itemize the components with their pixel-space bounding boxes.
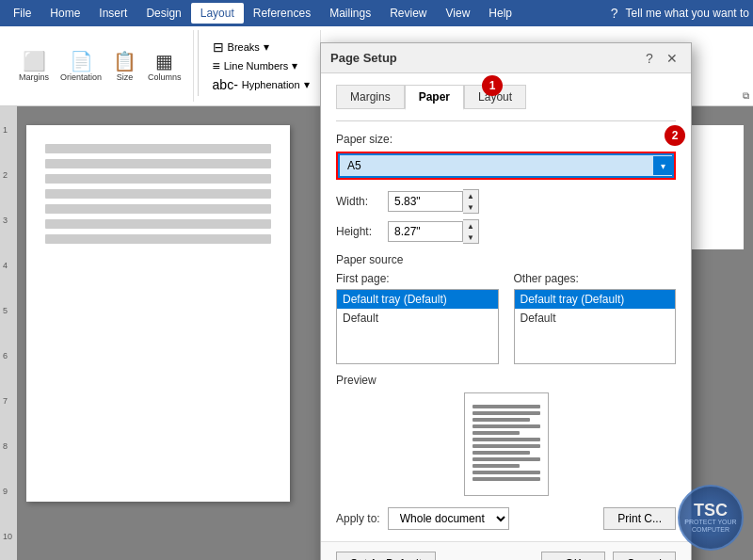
ribbon: File Home Insert Design Layout Reference… [0,0,753,26]
menu-references[interactable]: References [244,3,320,24]
menu-bar: File Home Insert Design Layout Reference… [0,0,753,26]
preview-lines [473,405,540,484]
ok-button[interactable]: OK [541,552,604,560]
other-pages-list[interactable]: Default tray (Default) Default [514,289,677,364]
source-row: First page: Default tray (Default) Defau… [336,272,676,364]
menu-home[interactable]: Home [40,3,89,24]
preview-box [464,392,549,496]
tsc-logo-sub: PROTECT YOUR COMPUTER [680,519,742,535]
first-page-item-default[interactable]: Default [337,309,498,328]
toolbar-group-breaks: ⊟ Breaks ▾ ≡ Line Numbers ▾ abc- Hyphena… [202,30,321,102]
other-pages-col: Other pages: Default tray (Default) Defa… [514,272,677,364]
tsc-watermark: TSC PROTECT YOUR COMPUTER [678,485,744,551]
width-spin-up[interactable]: ▲ [463,190,478,201]
first-page-item-default-tray[interactable]: Default tray (Default) [337,290,498,309]
apply-to-row: Apply to: Whole document Print C... [336,507,676,530]
margins-button[interactable]: ⬜ Margins [15,48,53,84]
menu-mailings[interactable]: Mailings [320,3,380,24]
size-icon: 📋 [113,50,136,72]
paper-size-label: Paper size: [336,133,676,146]
tsc-circle: TSC PROTECT YOUR COMPUTER [678,485,744,551]
page-setup-dialog: Page Setup ? ✕ Margins Paper Layout 1 Pa… [320,42,692,560]
set-as-default-button[interactable]: Set As Default [336,552,436,560]
height-spin-up[interactable]: ▲ [463,220,478,232]
dialog-help-button[interactable]: ? [640,49,659,68]
menu-design[interactable]: Design [136,3,190,24]
height-spin: ▲ ▼ [463,219,479,244]
menu-insert[interactable]: Insert [89,3,136,24]
first-page-label: First page: [336,272,499,285]
toolbar-group-margins: ⬜ Margins 📄 Orientation 📋 Size ▦ Columns [8,30,194,102]
help-icon[interactable]: ? [611,6,618,21]
width-label: Width: [336,195,388,208]
dialog-close-button[interactable]: ✕ [663,49,681,68]
paper-size-select[interactable]: A5 A4 Letter Legal A3 [338,153,674,178]
breaks-dropdown-icon: ▾ [264,40,269,54]
line-numbers-button[interactable]: ≡ Line Numbers ▾ [210,57,312,74]
line-numbers-icon: ≡ [213,58,220,73]
width-input[interactable] [388,191,463,212]
width-spin-down[interactable]: ▼ [463,201,478,213]
paper-source-label: Paper source [336,253,676,266]
preview-label: Preview [336,374,676,387]
tabs-container: Margins Paper Layout 1 [336,85,676,109]
breaks-icon: ⊟ [213,40,224,55]
menu-bar-right: ? Tell me what you want to [611,6,749,21]
dialog-tabs: Margins Paper Layout [336,85,676,109]
apply-to-select[interactable]: Whole document [388,507,509,530]
tsc-logo-text: TSC [694,502,728,519]
dialog-footer: Set As Default OK Cancel [321,541,691,560]
other-pages-label: Other pages: [514,272,677,285]
hyphenation-icon: abc- [213,77,238,92]
menu-review[interactable]: Review [380,3,436,24]
hyphenation-label: Hyphenation [242,79,300,90]
columns-icon: ▦ [155,50,173,72]
first-page-list[interactable]: Default tray (Default) Default [336,289,499,364]
height-input[interactable] [388,221,463,242]
hyphenation-button[interactable]: abc- Hyphenation ▾ [210,76,312,93]
orientation-label: Orientation [60,72,102,82]
width-spin: ▲ ▼ [463,189,479,214]
print-button[interactable]: Print C... [603,507,676,530]
tab-paper[interactable]: Paper [405,85,464,110]
line-numbers-label: Line Numbers [224,60,288,72]
height-label: Height: [336,225,388,238]
dialog-action-buttons: OK Cancel [541,552,676,560]
orientation-button[interactable]: 📄 Orientation [56,48,105,84]
callout-dropdown: 2 [665,125,685,146]
paper-source-section: Paper source First page: Default tray (D… [336,253,676,364]
page-setup-expand-icon[interactable]: ⧉ [743,90,749,102]
dialog-title: Page Setup [330,51,640,65]
tell-me-box[interactable]: Tell me what you want to [626,7,749,20]
other-pages-item-default[interactable]: Default [515,309,676,328]
callout-tab: 1 [482,75,503,96]
tab-margins[interactable]: Margins [336,85,405,109]
dialog-control-buttons: ? ✕ [640,49,681,68]
columns-button[interactable]: ▦ Columns [144,48,185,84]
breaks-label: Breaks [228,41,260,53]
margins-label: Margins [19,72,49,82]
ruler-marks: 1 2 3 4 5 6 7 8 9 10 [0,125,12,541]
menu-file[interactable]: File [4,3,40,24]
cancel-button[interactable]: Cancel [613,552,676,560]
size-button[interactable]: 📋 Size [109,48,140,84]
first-page-col: First page: Default tray (Default) Defau… [336,272,499,364]
margins-icon: ⬜ [23,50,46,72]
document-left-panel: 1 2 3 4 5 6 7 8 9 10 [0,106,311,560]
apply-to-label: Apply to: [336,512,380,525]
columns-label: Columns [148,72,182,82]
height-spin-down[interactable]: ▼ [463,232,478,243]
breaks-button[interactable]: ⊟ Breaks ▾ [210,39,312,56]
menu-layout[interactable]: Layout [191,3,244,24]
height-row: Height: ▲ ▼ [336,219,676,244]
dialog-body: Margins Paper Layout 1 Paper size: A5 A4… [321,73,691,541]
preview-section: Preview [336,374,676,496]
other-pages-item-default-tray[interactable]: Default tray (Default) [515,290,676,309]
paper-size-section: Paper size: A5 A4 Letter Legal A3 ▾ 2 [336,133,676,180]
menu-view[interactable]: View [437,3,480,24]
line-numbers-dropdown-icon: ▾ [292,59,297,72]
hyphenation-dropdown-icon: ▾ [304,78,310,91]
menu-help[interactable]: Help [479,3,521,24]
orientation-icon: 📄 [70,50,93,72]
toolbar-separator [198,30,199,96]
